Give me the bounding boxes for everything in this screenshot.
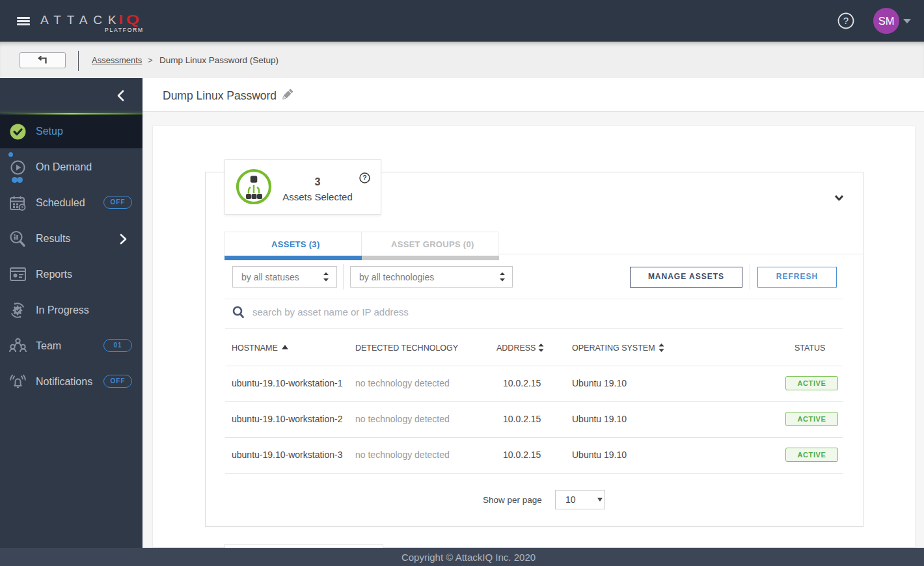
svg-text:?: ?: [843, 15, 849, 26]
svg-text:?: ?: [362, 174, 366, 182]
